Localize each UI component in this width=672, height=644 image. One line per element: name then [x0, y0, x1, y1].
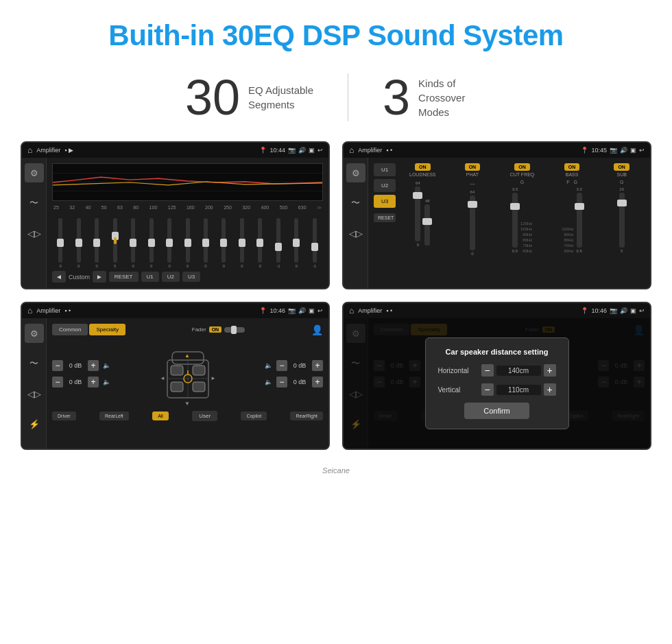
eq-slider-10[interactable]: 0	[215, 218, 232, 268]
screen-body-bl: ⚙ 〜 ◁▷ ⚡ Common Specialty Fader ON	[22, 318, 328, 449]
db-minus-2[interactable]: −	[52, 377, 63, 387]
ch-bass: ON BASS F G 100Hz 90Hz 80Hz 70Hz 60Hz	[549, 163, 595, 256]
tab-common-bl[interactable]: Common	[52, 324, 88, 335]
screens-grid: ⌂ Amplifier ▪ ▶ 📍 10:44 📷 🔊 ▣ ↩ ⚙ 〜 ◁▷	[0, 141, 672, 464]
wave-icon-bl[interactable]: 〜	[25, 354, 44, 373]
confirm-button[interactable]: Confirm	[464, 403, 529, 419]
eq-icon-bl[interactable]: ⚙	[25, 324, 44, 343]
wave-icon[interactable]: 〜	[25, 193, 44, 213]
stat-eq-number: 30	[185, 73, 240, 122]
prev-btn[interactable]: ◄	[52, 271, 66, 283]
sub-on[interactable]: ON	[614, 163, 629, 171]
eq-chart	[52, 163, 323, 201]
db-plus-2[interactable]: +	[88, 377, 99, 387]
ch-phat: ON PHAT — 64 0	[450, 163, 496, 256]
eq-slider-8[interactable]: 0	[179, 218, 195, 268]
fader-slider[interactable]	[224, 327, 245, 333]
rearright-btn[interactable]: RearRight	[290, 412, 323, 420]
copilot-btn[interactable]: Copilot	[241, 412, 267, 420]
box-icon-tr: ▣	[630, 147, 636, 154]
all-btn[interactable]: All	[152, 412, 169, 420]
back-icon-tr[interactable]: ↩	[639, 147, 645, 154]
eq-freq-labels: 25 32 40 50 63 80 100 125 160 200 250 32…	[52, 205, 323, 211]
phat-on[interactable]: ON	[465, 163, 481, 171]
next-btn[interactable]: ►	[93, 271, 106, 283]
eq-slider-1[interactable]: 0	[52, 218, 69, 268]
reset-btn-tr[interactable]: RESET	[374, 213, 396, 222]
horizontal-plus[interactable]: +	[544, 364, 556, 377]
db-plus-1[interactable]: +	[88, 360, 99, 371]
vol-icon[interactable]: ◁▷	[25, 224, 44, 243]
sidebar-tl: ⚙ 〜 ◁▷	[22, 158, 47, 288]
back-icon-bl[interactable]: ↩	[317, 307, 323, 314]
eq-slider-15[interactable]: -1	[307, 218, 323, 268]
bass-on[interactable]: ON	[564, 163, 580, 171]
volume-icon-br: 🔊	[620, 307, 627, 314]
tab-specialty-bl[interactable]: Specialty	[89, 324, 125, 335]
db-row-1: − 0 dB + 🔈	[52, 360, 110, 371]
home-icon-tr[interactable]: ⌂	[349, 145, 354, 155]
preset-u3[interactable]: U3	[374, 195, 396, 208]
db-minus-4[interactable]: −	[276, 377, 287, 387]
driver-btn[interactable]: Driver	[52, 412, 76, 420]
rearleft-btn[interactable]: RearLeft	[99, 412, 129, 420]
eq-icon[interactable]: ⚙	[25, 163, 44, 182]
fader-area: Fader ON	[192, 326, 245, 333]
svg-rect-6	[171, 366, 183, 375]
u3-btn-tl[interactable]: U3	[182, 272, 200, 282]
svg-text:▲: ▲	[184, 353, 190, 359]
db-minus-1[interactable]: −	[52, 360, 63, 371]
eq-slider-2[interactable]: 0	[70, 218, 86, 268]
eq-slider-14[interactable]: 0	[288, 218, 304, 268]
location-icon-bl: 📍	[259, 307, 267, 314]
home-icon-bl[interactable]: ⌂	[27, 306, 32, 315]
eq-slider-12[interactable]: 0	[252, 218, 268, 268]
preset-u2[interactable]: U2	[374, 179, 396, 192]
eq-slider-7[interactable]: 0	[161, 218, 178, 268]
eq-main: 25 32 40 50 63 80 100 125 160 200 250 32…	[47, 158, 328, 288]
dialog-overlay: Car speaker distance setting Horizontal …	[344, 318, 650, 449]
eq-icon-tr[interactable]: ⚙	[346, 163, 365, 182]
vol-icon-tr[interactable]: ◁▷	[346, 224, 365, 243]
eq-slider-6[interactable]: 0	[143, 218, 159, 268]
eq-slider-9[interactable]: 0	[197, 218, 214, 268]
loudness-on[interactable]: ON	[415, 163, 431, 171]
box-icon-br: ▣	[630, 307, 636, 314]
eq-slider-3[interactable]: 0	[88, 218, 105, 268]
eq-slider-13[interactable]: -1	[270, 218, 287, 268]
crossover-presets: U1 U2 U3 RESET	[374, 163, 396, 256]
back-icon-br[interactable]: ↩	[639, 307, 645, 314]
eq-slider-4[interactable]: 5	[106, 218, 123, 268]
eq-slider-11[interactable]: 0	[234, 218, 250, 268]
stat-crossover-desc: Kinds ofCrossover Modes	[418, 76, 487, 119]
screen-specialty: ⌂ Amplifier ▪ • 📍 10:46 📷 🔊 ▣ ↩ ⚙ 〜 ◁▷ ⚡	[21, 302, 330, 450]
cutfreq-on[interactable]: ON	[514, 163, 530, 171]
vertical-label: Vertical	[438, 386, 476, 394]
home-icon[interactable]: ⌂	[27, 145, 32, 155]
db-minus-3[interactable]: −	[276, 360, 287, 371]
person-icon: 👤	[311, 324, 323, 335]
crossover-layout: U1 U2 U3 RESET ON LOUDNESS 64	[374, 163, 645, 256]
horizontal-minus[interactable]: −	[481, 364, 494, 377]
wave-icon-tr[interactable]: 〜	[346, 193, 365, 213]
svg-rect-7	[193, 366, 205, 375]
u1-btn-tl[interactable]: U1	[141, 272, 159, 282]
bt-icon-bl[interactable]: ⚡	[25, 414, 44, 433]
db-plus-4[interactable]: +	[312, 377, 323, 387]
preset-u1[interactable]: U1	[374, 163, 396, 176]
app-title-bl: Amplifier	[36, 307, 60, 314]
db-plus-3[interactable]: +	[312, 360, 323, 371]
u2-btn-tl[interactable]: U2	[162, 272, 180, 282]
eq-slider-5[interactable]: 0	[125, 218, 141, 268]
back-icon[interactable]: ↩	[317, 147, 323, 154]
vertical-plus[interactable]: +	[544, 383, 556, 396]
db-row-4: 🔈 − 0 dB +	[265, 377, 323, 387]
vol-icon-bl[interactable]: ◁▷	[25, 384, 44, 403]
reset-btn-tl[interactable]: RESET	[109, 272, 139, 282]
status-bar-bl: ⌂ Amplifier ▪ • 📍 10:46 📷 🔊 ▣ ↩	[22, 303, 328, 318]
vertical-minus[interactable]: −	[481, 383, 494, 396]
sidebar-bl: ⚙ 〜 ◁▷ ⚡	[22, 318, 47, 449]
user-btn-bl[interactable]: User	[192, 411, 217, 421]
svg-rect-8	[171, 382, 183, 392]
home-icon-br[interactable]: ⌂	[349, 306, 354, 315]
